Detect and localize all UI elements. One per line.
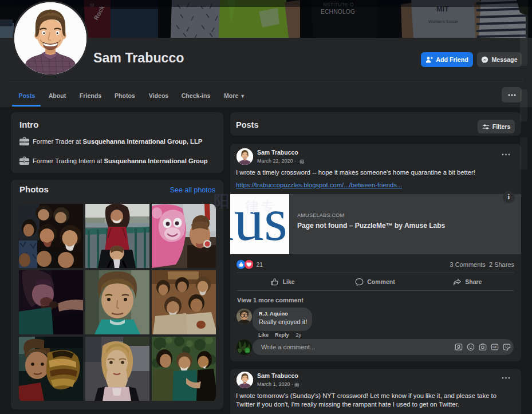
- svg-text:GIF: GIF: [492, 346, 497, 349]
